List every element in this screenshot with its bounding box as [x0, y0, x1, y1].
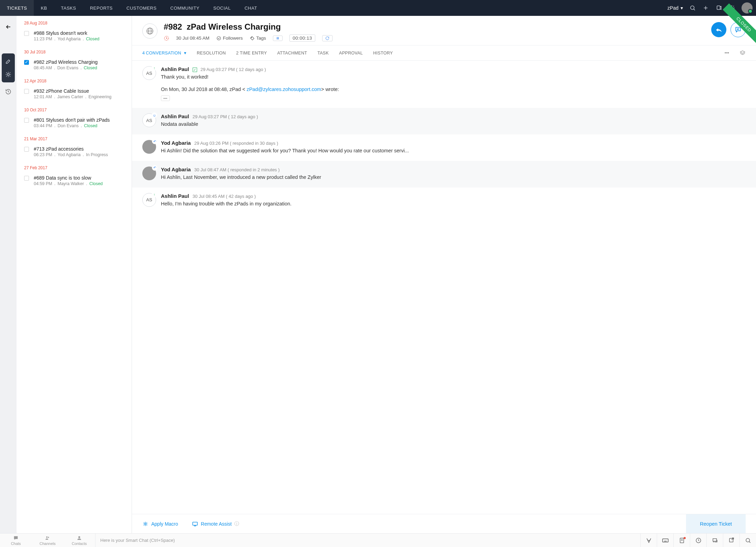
tab-attachment[interactable]: ATTACHMENT [277, 51, 307, 55]
svg-rect-15 [278, 37, 279, 39]
message-text: Hi Ashlin, Last November, we introduced … [161, 174, 746, 181]
clipboard-alert-icon[interactable] [673, 534, 690, 547]
tab-conversation[interactable]: 4CONVERSATION ▾ [142, 50, 186, 55]
ticket-checkbox[interactable] [24, 89, 29, 94]
keyboard-icon[interactable] [657, 534, 673, 547]
sender-name: Ashlin Paul [161, 66, 189, 72]
ticket-checkbox[interactable] [24, 60, 29, 65]
timer-pause[interactable] [273, 36, 283, 41]
date-header: 28 Aug 2018 [17, 16, 132, 27]
message-text: Thank you, it worked!On Mon, 30 Jul 2018… [161, 73, 746, 102]
back-button[interactable] [3, 22, 13, 32]
reply-button[interactable] [711, 22, 726, 37]
remote-assist[interactable]: Remote Assist ⓘ [192, 521, 239, 527]
history-icon[interactable] [3, 87, 13, 97]
ticket-checkbox[interactable] [24, 118, 29, 123]
expand-quote-icon[interactable]: ••• [161, 95, 170, 101]
more-icon[interactable]: ••• [725, 51, 729, 55]
footer-contacts[interactable]: Contacts [63, 535, 95, 546]
ticket-meta: 04:59 PM.Mayra Walker.Closed [34, 181, 124, 186]
ticket-title: #982 zPad Wireless Charging [34, 59, 124, 65]
message[interactable]: AS↑Ashlin Paul30 Jul 08:45 AM ( 42 days … [132, 188, 756, 214]
ticket-checkbox[interactable] [24, 176, 29, 181]
ticket-item[interactable]: #713 zPad accessories06:23 PM.Yod Agbari… [17, 143, 132, 161]
svg-point-7 [7, 73, 9, 75]
sender-name: Ashlin Paul [161, 193, 189, 199]
user-avatar[interactable] [742, 2, 753, 13]
svg-rect-14 [277, 37, 278, 39]
ticket-list: 28 Aug 2018#988 Stylus doesn't work11:23… [17, 16, 132, 533]
clock-icon[interactable] [690, 534, 706, 547]
edit-icon[interactable] [3, 56, 13, 67]
ticket-item[interactable]: #988 Stylus doesn't work11:23 PM.Yod Agb… [17, 27, 132, 45]
tab-task[interactable]: TASK [317, 51, 329, 55]
search-icon[interactable] [689, 4, 696, 11]
tab-time-entry[interactable]: 2 TIME ENTRY [236, 51, 267, 55]
notification-icon[interactable] [715, 4, 722, 11]
channel-icon[interactable] [142, 23, 157, 39]
nav-tab-social[interactable]: SOCIAL [206, 0, 238, 16]
search-footer-icon[interactable] [739, 534, 756, 547]
timer-value: 00:00:13 [289, 34, 315, 42]
nav-tab-community[interactable]: COMMUNITY [163, 0, 206, 16]
ticket-checkbox[interactable] [24, 31, 29, 36]
ticket-meta: 06:23 PM.Yod Agbaria.In Progress [34, 152, 124, 157]
nav-tab-chat[interactable]: CHAT [238, 0, 264, 16]
ticket-checkbox[interactable] [24, 147, 29, 152]
timer-refresh[interactable] [322, 35, 333, 41]
share-icon[interactable] [723, 534, 739, 547]
message[interactable]: ↶Yod Agbaria29 Aug 03:26 PM ( responded … [132, 134, 756, 161]
email-link[interactable]: zPad@zylcares.zohosupport.com [247, 87, 321, 92]
chevron-down-icon: ▾ [184, 51, 186, 55]
nav-tab-kb[interactable]: KB [34, 0, 54, 16]
nav-tab-tasks[interactable]: TASKS [54, 0, 83, 16]
chat-bubble-icon[interactable] [706, 534, 723, 547]
message-time: 30 Jul 08:45 AM ( 42 days ago ) [193, 194, 256, 199]
avatar: AS↑ [142, 193, 156, 207]
sender-name: Yod Agbaria [161, 166, 191, 172]
zia-icon[interactable] [640, 534, 657, 547]
nav-tab-customers[interactable]: CUSTOMERS [120, 0, 163, 16]
ticket-title: #932 zPhone Cable Issue [34, 88, 124, 94]
avatar: ↶ [142, 166, 156, 180]
ticket-title: #982 zPad Wireless Charging [164, 22, 705, 32]
date-header: 10 Oct 2017 [17, 103, 132, 114]
date-header: 12 Apr 2018 [17, 74, 132, 85]
tab-resolution[interactable]: RESOLUTION [197, 51, 226, 55]
ticket-item[interactable]: #932 zPhone Cable Issue12:01 AM.James Ca… [17, 85, 132, 103]
message[interactable]: AS☺Ashlin Paul29 Aug 03:27 PM ( 12 days … [132, 108, 756, 134]
date-header: 30 Jul 2018 [17, 45, 132, 56]
nav-tab-reports[interactable]: REPORTS [83, 0, 120, 16]
tab-history[interactable]: HISTORY [373, 51, 393, 55]
add-icon[interactable] [702, 4, 709, 11]
reply-arrow-icon: ↶ [152, 165, 157, 171]
svg-line-1 [694, 9, 695, 10]
ticket-item[interactable]: #801 Styluses don't pair with zPads03:44… [17, 114, 132, 132]
layers-icon[interactable] [739, 50, 746, 56]
tags-link[interactable]: Tags [250, 36, 266, 41]
apply-macro[interactable]: Apply Macro [142, 521, 178, 527]
svg-point-24 [48, 537, 49, 538]
footer-channels[interactable]: Channels [32, 535, 63, 546]
ticket-title: #988 Stylus doesn't work [34, 30, 124, 36]
tab-approval[interactable]: APPROVAL [339, 51, 363, 55]
message[interactable]: AS↑Ashlin Paul✓29 Aug 03:27 PM ( 12 days… [132, 61, 756, 108]
ticket-item[interactable]: #982 zPad Wireless Charging08:45 AM.Don … [17, 56, 132, 74]
reply-arrow-icon: ↶ [152, 139, 157, 144]
ai-icon[interactable] [3, 69, 13, 80]
avatar: ↶ [142, 140, 156, 154]
ticket-meta: 08:45 AM.Don Evans.Closed [34, 65, 124, 70]
smart-chat-hint[interactable]: Here is your Smart Chat (Ctrl+Space) [95, 534, 640, 547]
svg-rect-27 [662, 539, 668, 542]
sender-name: Yod Agbaria [161, 140, 191, 146]
message[interactable]: ↶Yod Agbaria30 Jul 08:47 AM ( responded … [132, 161, 756, 188]
ticket-item[interactable]: #689 Data sync is too slow04:59 PM.Mayra… [17, 172, 132, 190]
brand-select[interactable]: zPad ▾ [667, 5, 683, 11]
created-time: 30 Jul 08:45 AM [176, 36, 210, 41]
message-time: 29 Aug 03:27 PM ( 12 days ago ) [193, 114, 258, 119]
reopen-ticket-button[interactable]: Reopen Ticket [686, 514, 746, 533]
info-icon: ⓘ [234, 521, 239, 527]
nav-tab-tickets[interactable]: TICKETS [0, 0, 34, 16]
footer-chats[interactable]: Chats [0, 535, 32, 546]
followers-link[interactable]: Followers [216, 36, 243, 41]
